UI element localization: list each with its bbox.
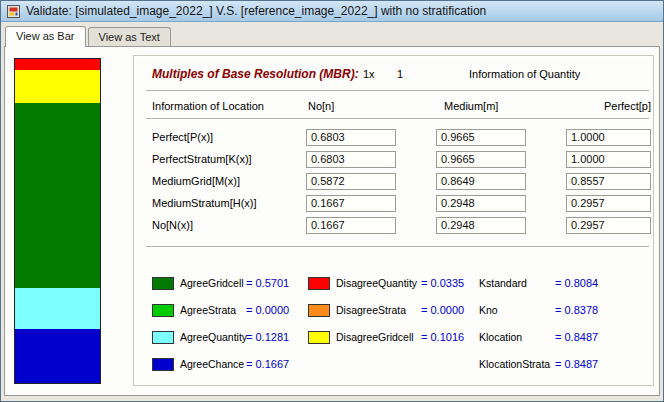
row-label: MediumGrid[M(x)]: [152, 173, 240, 190]
tab-view-as-text[interactable]: View as Text: [88, 27, 171, 46]
legend-item-agreequantity: AgreeQuantity = 0.1281: [152, 330, 247, 344]
value-box[interactable]: 0.2957: [566, 195, 651, 212]
kappa-item-kstandard: Kstandard = 0.8084: [479, 276, 527, 290]
legend-swatch-agreegridcell: [152, 277, 174, 290]
equals-sign: =: [555, 277, 561, 289]
legend-item-disagreegridcell: DisagreeGridcell = 0.1016: [308, 330, 414, 344]
bar-segment-disagree-quantity: [15, 59, 100, 70]
value-box[interactable]: 0.9665: [436, 129, 526, 146]
legend-label: DisagreeQuantity: [336, 277, 417, 289]
separator-line: [146, 118, 649, 120]
kappa-number: 0.8378: [565, 304, 599, 316]
equals-sign: =: [246, 277, 252, 289]
kappa-number: 0.8487: [565, 331, 599, 343]
information-of-quantity-label: Information of Quantity: [469, 66, 580, 82]
legend-number: 0.1281: [256, 331, 290, 343]
legend-swatch-agreequantity: [152, 331, 174, 344]
table-row-mediumgrid: MediumGrid[M(x)] 0.5872 0.8649 0.8557: [134, 173, 653, 190]
table-row-perfectstratum: PerfectStratum[K(x)] 0.6803 0.9665 1.000…: [134, 151, 653, 168]
legend-item-disagreestrata: DisagreeStrata = 0.0000: [308, 303, 406, 317]
value-box[interactable]: 0.2948: [436, 195, 526, 212]
separator-line: [146, 90, 649, 92]
legend-label: AgreeQuantity: [180, 331, 247, 343]
kappa-item-klocationstrata: KlocationStrata = 0.8487: [479, 357, 550, 371]
value-box[interactable]: 0.8649: [436, 173, 526, 190]
legend-value: = 0.0000: [246, 304, 289, 316]
kappa-number: 0.8084: [565, 277, 599, 289]
kappa-item-kno: Kno = 0.8378: [479, 303, 498, 317]
value-box[interactable]: 1.0000: [566, 151, 651, 168]
equals-sign: =: [246, 304, 252, 316]
row-label: MediumStratum[H(x)]: [152, 195, 257, 212]
value-box[interactable]: 0.1667: [306, 195, 396, 212]
mbr-label: Multiples of Base Resolution (MBR):: [152, 66, 359, 82]
row-label: PerfectStratum[K(x)]: [152, 151, 252, 168]
tab-strip: View as Bar View as Text: [1, 22, 663, 46]
value-box[interactable]: 0.5872: [306, 173, 396, 190]
value-box[interactable]: 0.9665: [436, 151, 526, 168]
information-of-location-header: Information of Location: [152, 100, 264, 112]
legend-label: DisagreeStrata: [336, 304, 406, 316]
mbr-value: 1: [397, 66, 403, 82]
column-header-medium: Medium[m]: [444, 100, 498, 112]
legend-label: AgreeChance: [180, 358, 244, 370]
value-box[interactable]: 0.8557: [566, 173, 651, 190]
legend-value: = 0.0335: [421, 277, 464, 289]
kappa-value: = 0.8378: [555, 304, 598, 316]
table-row-no: No[N(x)] 0.1667 0.2948 0.2957: [134, 217, 653, 234]
legend-value: = 0.5701: [246, 277, 289, 289]
legend-item-agreegridcell: AgreeGridcell = 0.5701: [152, 276, 244, 290]
legend-number: 0.1667: [256, 358, 290, 370]
value-box[interactable]: 0.2957: [566, 217, 651, 234]
legend-number: 0.1016: [431, 331, 465, 343]
value-box[interactable]: 0.1667: [306, 217, 396, 234]
window-title: Validate: [simulated_image_2022_] V.S. […: [26, 4, 486, 18]
table-row-mediumstratum: MediumStratum[H(x)] 0.1667 0.2948 0.2957: [134, 195, 653, 212]
legend-swatch-disagreestrata: [308, 304, 330, 317]
legend-swatch-disagreequantity: [308, 277, 330, 290]
legend-item-disagreequantity: DisagreeQuantity = 0.0335: [308, 276, 417, 290]
validate-window: Validate: [simulated_image_2022_] V.S. […: [0, 0, 664, 402]
legend-value: = 0.0000: [421, 304, 464, 316]
legend-item-agreechance: AgreeChance = 0.1667: [152, 357, 244, 371]
value-box[interactable]: 0.6803: [306, 151, 396, 168]
kappa-item-klocation: Klocation = 0.8487: [479, 330, 522, 344]
equals-sign: =: [246, 358, 252, 370]
kappa-number: 0.8487: [565, 358, 599, 370]
legend-number: 0.5701: [256, 277, 290, 289]
tab-view-as-bar[interactable]: View as Bar: [5, 26, 86, 47]
equals-sign: =: [421, 331, 427, 343]
kappa-label: Klocation: [479, 331, 522, 343]
row-label: No[N(x)]: [152, 217, 193, 234]
mbr-header-row: Multiples of Base Resolution (MBR): 1x 1…: [152, 66, 645, 82]
column-header-no: No[n]: [308, 100, 334, 112]
bar-segment-agree-quantity: [15, 288, 100, 330]
kappa-label: KlocationStrata: [479, 358, 550, 370]
kappa-value: = 0.8084: [555, 277, 598, 289]
kappa-label: Kstandard: [479, 277, 527, 289]
bar-segment-agree-gridcell: [15, 103, 100, 288]
titlebar[interactable]: Validate: [simulated_image_2022_] V.S. […: [1, 1, 663, 22]
kappa-value: = 0.8487: [555, 358, 598, 370]
legend-value: = 0.1281: [246, 331, 289, 343]
kappa-label: Kno: [479, 304, 498, 316]
mbr-multiplier: 1x: [363, 66, 375, 82]
value-box[interactable]: 1.0000: [566, 129, 651, 146]
table-column-headers: Information of Location No[n] Medium[m] …: [134, 100, 653, 114]
row-label: Perfect[P(x)]: [152, 129, 213, 146]
legend-swatch-agreechance: [152, 358, 174, 371]
legend-label: DisagreeGridcell: [336, 331, 414, 343]
tab-page-view-as-bar: Multiples of Base Resolution (MBR): 1x 1…: [4, 46, 660, 396]
legend-swatch-disagreegridcell: [308, 331, 330, 344]
legend-item-agreestrata: AgreeStrata = 0.0000: [152, 303, 236, 317]
legend-value: = 0.1667: [246, 358, 289, 370]
value-box[interactable]: 0.2948: [436, 217, 526, 234]
legend-number: 0.0335: [431, 277, 465, 289]
column-header-perfect: Perfect[p]: [566, 100, 651, 112]
legend-value: = 0.1016: [421, 331, 464, 343]
equals-sign: =: [555, 358, 561, 370]
app-icon: [7, 4, 21, 18]
legend-label: AgreeStrata: [180, 304, 236, 316]
value-box[interactable]: 0.6803: [306, 129, 396, 146]
table-row-perfect: Perfect[P(x)] 0.6803 0.9665 1.0000: [134, 129, 653, 146]
